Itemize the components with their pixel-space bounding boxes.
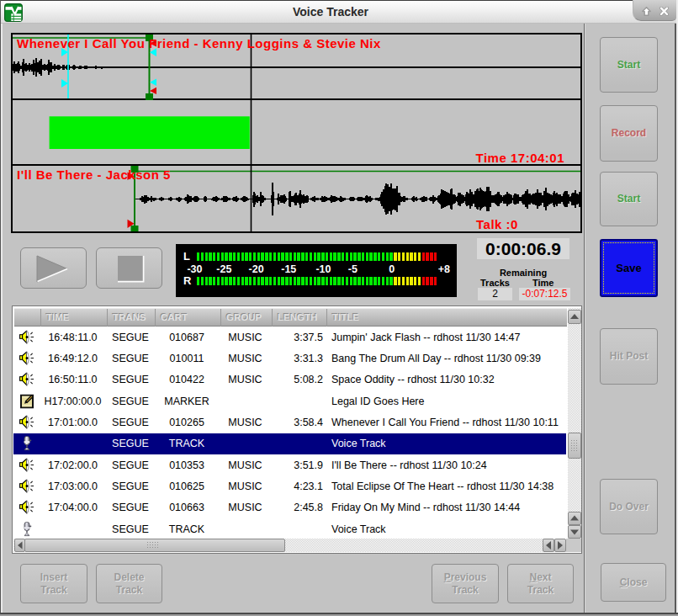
svg-text:-25: -25 (216, 263, 231, 275)
svg-text:-30: -30 (187, 263, 202, 275)
svg-text:0: 0 (389, 263, 395, 275)
svg-text:-15: -15 (281, 263, 296, 275)
svg-text:+8: +8 (438, 263, 450, 275)
svg-text:-20: -20 (249, 263, 264, 275)
svg-text:-10: -10 (315, 263, 331, 275)
svg-text:R: R (183, 274, 192, 287)
svg-text:-5: -5 (348, 263, 358, 275)
svg-text:L: L (183, 250, 190, 263)
